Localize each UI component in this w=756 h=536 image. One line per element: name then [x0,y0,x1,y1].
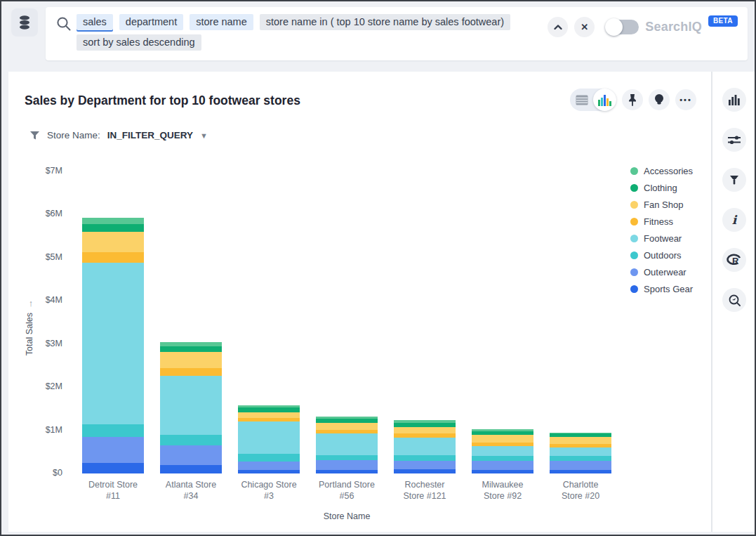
bar-segment[interactable] [472,461,533,470]
x-tick-label: MilwaukeeStore #92 [463,479,542,502]
info-icon: i [732,213,736,227]
legend-item[interactable]: Fan Shop [630,196,693,213]
bar-segment[interactable] [550,456,611,461]
bar-segment[interactable] [238,412,300,418]
bar-segment[interactable] [316,460,378,470]
bar-segment[interactable] [316,455,378,460]
legend-dot [630,251,638,259]
bar-segment[interactable] [82,437,144,463]
bar-segment[interactable] [472,470,533,473]
bar-segment[interactable] [394,469,456,473]
chart-info-button[interactable]: i [722,208,746,232]
stacked-bar[interactable] [316,417,378,473]
bar-segment[interactable] [160,342,222,347]
x-tick-label: CharlotteStore #20 [541,479,620,502]
bar-segment[interactable] [82,263,144,424]
answer-card: Sales by Department for top 10 footwear … [8,72,712,532]
bar-segment[interactable] [316,433,378,455]
bar-segment[interactable] [316,423,378,430]
bar-segment[interactable] [394,455,456,460]
legend-item[interactable]: Accessories [630,162,693,179]
legend-item[interactable]: Fitness [630,213,693,230]
search-token[interactable]: sort by sales descending [77,34,201,51]
y-tick-label: $1M [13,425,62,435]
bar-segment[interactable] [238,454,300,462]
bar-segment[interactable] [82,224,144,232]
legend-item[interactable]: Clothing [630,179,693,196]
bar-segment[interactable] [316,470,378,473]
bar-segment[interactable] [160,435,222,445]
bar-segment[interactable] [238,462,300,470]
bar-segment[interactable] [394,427,456,434]
search-token[interactable]: store name in ( top 10 store name by sal… [260,14,510,30]
collapse-search-button[interactable] [548,17,568,37]
bar-segment[interactable] [550,447,611,456]
legend-label: Outdoors [644,250,681,261]
data-source-button[interactable] [11,8,38,37]
bar-segment[interactable] [160,465,222,473]
x-tick-label: RochesterStore #121 [385,479,464,502]
bar-segment[interactable] [82,252,144,263]
bar-segment[interactable] [82,218,144,224]
stacked-bar[interactable] [550,433,611,473]
stacked-bar[interactable] [238,405,300,473]
stacked-bar[interactable] [472,429,533,473]
searchiq-toggle[interactable] [606,20,639,34]
x-tick-label: Portland Store#56 [307,479,386,502]
bar-segment[interactable] [82,232,144,252]
legend-item[interactable]: Sports Gear [630,280,693,297]
bar-segment[interactable] [82,463,144,473]
search-arrow-icon [729,294,741,306]
searchiq-label: SearchIQ [645,20,702,34]
search-token[interactable]: sales [77,14,113,30]
stacked-bar[interactable] [82,218,144,473]
y-tick-label: $7M [13,166,62,176]
configure-chart-button[interactable] [722,128,746,152]
bar-segment[interactable] [472,456,533,461]
search-token-rows: salesdepartmentstore namestore name in (… [77,14,510,51]
bar-segment[interactable] [238,407,300,412]
legend-dot [630,235,638,242]
bar-segment[interactable] [550,470,611,473]
legend-label: Footwear [644,233,682,244]
bar-segment[interactable] [82,424,144,437]
y-tick-label: $5M [13,252,62,262]
legend-item[interactable]: Outdoors [630,247,693,263]
search-token[interactable]: store name [190,14,253,30]
change-visualization-button[interactable] [722,88,746,112]
app-window: salesdepartmentstore namestore name in (… [0,0,756,536]
brush-icon [729,174,740,185]
beta-badge: BETA [708,15,738,27]
x-tick-label: Chicago Store#3 [230,479,308,502]
bar-segment[interactable] [394,438,456,455]
y-tick-label: $2M [13,381,62,391]
bar-segment[interactable] [394,461,456,469]
search-token[interactable]: department [119,14,183,30]
search-bar[interactable]: salesdepartmentstore namestore name in (… [46,7,748,60]
legend-label: Fitness [644,216,673,227]
stacked-bar[interactable] [394,420,456,473]
x-tick-label: Detroit Store#11 [74,479,152,502]
chart-legend: AccessoriesClothingFan ShopFitnessFootwe… [630,162,693,297]
bar-segment[interactable] [160,445,222,465]
bar-segment[interactable] [472,446,533,456]
legend-item[interactable]: Outerwear [630,263,693,280]
bar-segment[interactable] [550,437,611,444]
bar-segment[interactable] [160,376,222,436]
y-tick-label: $6M [13,209,62,218]
clear-search-button[interactable]: ✕ [574,17,595,37]
r-analysis-button[interactable]: R [722,248,746,272]
database-icon [18,15,32,30]
bar-segment[interactable] [472,435,533,443]
bar-segment[interactable] [238,421,300,454]
bar-segment[interactable] [550,461,611,471]
bar-segment[interactable] [160,352,222,368]
bar-segment[interactable] [238,470,300,473]
legend-label: Clothing [644,183,677,193]
format-button[interactable] [722,168,746,192]
bar-segment[interactable] [160,368,222,375]
spotiq-analyze-button[interactable] [722,288,746,312]
bar-segment[interactable] [160,346,222,352]
legend-item[interactable]: Footwear [630,230,693,247]
stacked-bar[interactable] [160,342,222,473]
